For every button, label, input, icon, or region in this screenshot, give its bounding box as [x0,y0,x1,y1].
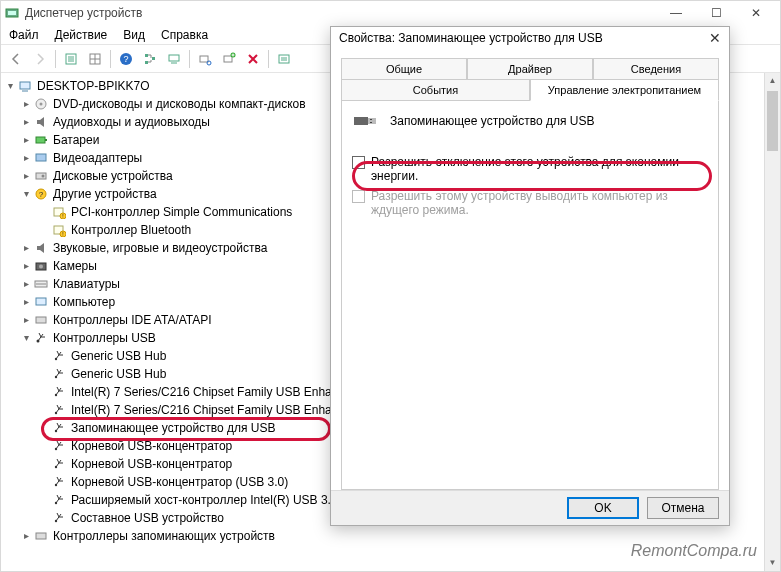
device-manager-icon [5,6,19,20]
svg-rect-65 [368,118,376,124]
svg-rect-31 [36,154,46,161]
usb-device-icon [51,402,67,418]
svg-rect-14 [169,55,179,61]
svg-rect-22 [279,55,289,63]
checkbox-label: Разрешить отключение этого устройства дл… [371,155,708,183]
menu-view[interactable]: Вид [123,28,145,42]
dialog-body: Общие Драйвер Сведения События Управлени… [331,50,729,490]
display-adapter-icon [33,150,49,166]
svg-text:!: ! [62,231,63,237]
maximize-button[interactable]: ☐ [696,1,736,25]
device-name: Запоминающее устройство для USB [390,114,594,128]
svg-point-17 [207,61,211,65]
svg-text:?: ? [39,190,44,199]
tab-pane-power: Запоминающее устройство для USB Разрешит… [341,100,719,490]
title-bar: Диспетчер устройств — ☐ ✕ [1,1,780,25]
svg-rect-64 [354,117,368,125]
usb-device-icon [51,348,67,364]
svg-point-43 [39,265,43,269]
svg-rect-13 [152,57,155,60]
svg-text:!: ! [62,213,63,219]
window-title: Диспетчер устройств [25,6,142,20]
window-controls: — ☐ ✕ [656,1,776,25]
scroll-down-icon[interactable]: ▼ [765,555,780,571]
help-icon[interactable]: ? [115,48,137,70]
forward-button[interactable] [29,48,51,70]
ok-button[interactable]: OK [567,497,639,519]
usb-device-icon [51,420,67,436]
svg-rect-16 [200,56,208,62]
usb-device-icon [51,474,67,490]
svg-rect-51 [36,317,46,323]
unknown-device-icon: ! [51,204,67,220]
device-header: Запоминающее устройство для USB [352,111,708,131]
tree-scrollbar[interactable]: ▲ ▼ [764,73,780,571]
checkbox-allow-wake: Разрешить этому устройству выводить комп… [352,189,708,217]
svg-rect-66 [370,119,372,120]
tab-general[interactable]: Общие [341,58,467,80]
dialog-title: Свойства: Запоминающее устройство для US… [339,31,603,45]
other-devices-icon: ? [33,186,49,202]
dialog-tabs: Общие Драйвер Сведения События Управлени… [341,58,719,100]
checkbox-icon [352,190,365,203]
keyboard-icon [33,276,49,292]
usb-device-icon [51,384,67,400]
usb-device-icon [51,492,67,508]
svg-rect-12 [145,61,148,64]
properties-icon[interactable] [60,48,82,70]
remove-hardware-icon[interactable] [242,48,264,70]
svg-rect-67 [370,122,372,123]
battery-icon [33,132,49,148]
menu-help[interactable]: Справка [161,28,208,42]
scroll-up-icon[interactable]: ▲ [765,73,780,89]
svg-rect-18 [224,56,232,62]
properties-dialog: Свойства: Запоминающее устройство для US… [330,26,730,526]
tab-details[interactable]: Сведения [593,58,719,80]
svg-rect-11 [145,54,148,57]
tree-icon[interactable] [139,48,161,70]
disk-drive-icon [33,168,49,184]
audio-icon [33,114,49,130]
storage-controller-icon [33,528,49,544]
svg-rect-29 [36,137,45,143]
dialog-close-button[interactable]: ✕ [709,30,721,46]
minimize-button[interactable]: — [656,1,696,25]
checkbox-icon[interactable] [352,156,365,169]
back-button[interactable] [5,48,27,70]
devices-icon[interactable] [163,48,185,70]
tab-driver[interactable]: Драйвер [467,58,593,80]
usb-plug-icon [352,111,380,131]
usb-device-icon [51,438,67,454]
cancel-button[interactable]: Отмена [647,497,719,519]
tab-power-management[interactable]: Управление электропитанием [530,79,719,101]
sound-icon [33,240,49,256]
menu-file[interactable]: Файл [9,28,39,42]
view-icon[interactable] [84,48,106,70]
usb-device-icon [51,510,67,526]
storage-controller-icon [33,312,49,328]
usb-device-icon [51,366,67,382]
dialog-footer: OK Отмена [331,490,729,525]
svg-rect-50 [36,298,46,305]
close-button[interactable]: ✕ [736,1,776,25]
device-properties-icon[interactable] [273,48,295,70]
optical-drive-icon [33,96,49,112]
scan-hardware-icon[interactable] [194,48,216,70]
usb-controller-icon [33,330,49,346]
svg-point-33 [42,175,45,178]
add-hardware-icon[interactable] [218,48,240,70]
svg-point-28 [40,103,43,106]
camera-icon [33,258,49,274]
svg-rect-30 [45,139,47,141]
tree-storage-controllers[interactable]: ▸Контроллеры запоминающих устройств [3,527,776,545]
tab-events[interactable]: События [341,79,530,101]
usb-device-icon [51,456,67,472]
dialog-title-bar: Свойства: Запоминающее устройство для US… [331,27,729,50]
computer-node-icon [33,294,49,310]
checkbox-allow-power-off[interactable]: Разрешить отключение этого устройства дл… [352,155,708,183]
checkbox-label: Разрешить этому устройству выводить комп… [371,189,708,217]
scroll-thumb[interactable] [767,91,778,151]
computer-icon [17,78,33,94]
svg-rect-1 [8,11,16,15]
menu-action[interactable]: Действие [55,28,108,42]
